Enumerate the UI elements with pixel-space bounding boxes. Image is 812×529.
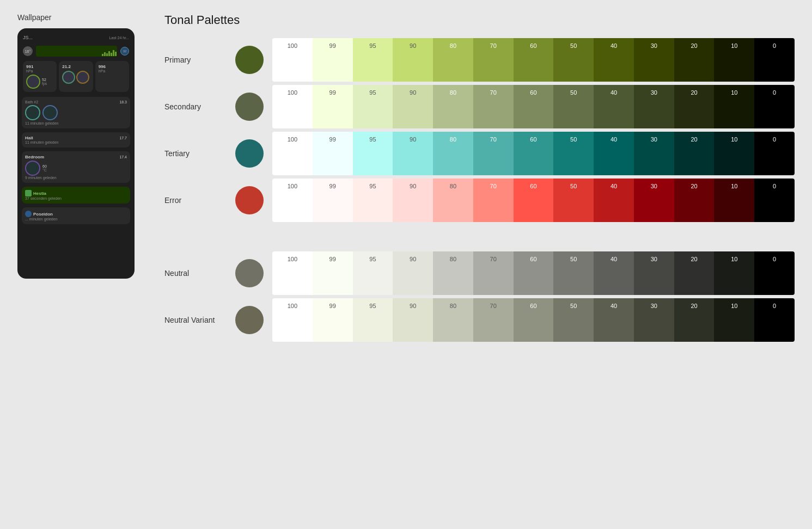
swatch-tertiary-0[interactable]: 0	[754, 132, 795, 175]
swatch-label-tertiary-60: 60	[530, 136, 536, 143]
swatch-neutral-40[interactable]: 40	[594, 251, 634, 295]
swatch-tertiary-100[interactable]: 100	[272, 132, 313, 175]
swatch-tertiary-10[interactable]: 10	[714, 132, 754, 175]
swatch-label-neutral-99: 99	[329, 256, 336, 262]
swatch-neutral-0[interactable]: 0	[754, 251, 795, 295]
swatch-neutral-variant-40[interactable]: 40	[594, 298, 634, 342]
swatch-tertiary-99[interactable]: 99	[313, 132, 353, 175]
swatch-neutral-20[interactable]: 20	[674, 251, 715, 295]
swatch-label-secondary-80: 80	[450, 89, 456, 96]
swatch-secondary-10[interactable]: 10	[714, 85, 754, 128]
swatch-tertiary-95[interactable]: 95	[353, 132, 393, 175]
swatch-tertiary-50[interactable]: 50	[553, 132, 594, 175]
neutral-palettes: Neutral10099959080706050403020100Neutral…	[164, 251, 795, 342]
swatch-primary-50[interactable]: 50	[553, 38, 594, 82]
swatch-error-95[interactable]: 95	[353, 179, 393, 222]
palette-circle-secondary	[235, 93, 264, 121]
swatch-secondary-100[interactable]: 100	[272, 85, 313, 128]
swatch-neutral-variant-50[interactable]: 50	[553, 298, 594, 342]
swatch-primary-90[interactable]: 90	[393, 38, 433, 82]
swatch-error-80[interactable]: 80	[433, 179, 473, 222]
swatch-primary-99[interactable]: 99	[313, 38, 353, 82]
swatch-tertiary-40[interactable]: 40	[594, 132, 634, 175]
swatch-primary-30[interactable]: 30	[634, 38, 674, 82]
swatch-neutral-variant-0[interactable]: 0	[754, 298, 795, 342]
swatch-error-100[interactable]: 100	[272, 179, 313, 222]
swatch-neutral-99[interactable]: 99	[313, 251, 353, 295]
swatch-label-secondary-60: 60	[530, 89, 536, 96]
swatch-tertiary-70[interactable]: 70	[473, 132, 514, 175]
swatch-error-70[interactable]: 70	[473, 179, 514, 222]
swatch-label-neutral-variant-100: 100	[288, 303, 297, 309]
swatch-neutral-30[interactable]: 30	[634, 251, 674, 295]
swatch-secondary-60[interactable]: 60	[514, 85, 554, 128]
swatch-secondary-80[interactable]: 80	[433, 85, 473, 128]
swatch-primary-0[interactable]: 0	[754, 38, 795, 82]
swatch-error-30[interactable]: 30	[634, 179, 674, 222]
swatch-primary-70[interactable]: 70	[473, 38, 514, 82]
swatch-error-60[interactable]: 60	[514, 179, 554, 222]
palette-circle-neutral-variant	[235, 306, 264, 334]
swatch-label-secondary-0: 0	[773, 89, 776, 96]
swatch-secondary-50[interactable]: 50	[553, 85, 594, 128]
swatch-tertiary-30[interactable]: 30	[634, 132, 674, 175]
swatch-neutral-70[interactable]: 70	[473, 251, 514, 295]
swatch-secondary-90[interactable]: 90	[393, 85, 433, 128]
swatch-neutral-variant-99[interactable]: 99	[313, 298, 353, 342]
swatch-neutral-variant-100[interactable]: 100	[272, 298, 313, 342]
swatch-tertiary-80[interactable]: 80	[433, 132, 473, 175]
swatch-neutral-100[interactable]: 100	[272, 251, 313, 295]
swatch-neutral-variant-90[interactable]: 90	[393, 298, 433, 342]
palette-swatches-secondary: 10099959080706050403020100	[272, 85, 795, 128]
swatch-secondary-30[interactable]: 30	[634, 85, 674, 128]
swatch-primary-95[interactable]: 95	[353, 38, 393, 82]
swatch-error-99[interactable]: 99	[313, 179, 353, 222]
swatch-primary-40[interactable]: 40	[594, 38, 634, 82]
swatch-neutral-variant-80[interactable]: 80	[433, 298, 473, 342]
swatch-neutral-variant-95[interactable]: 95	[353, 298, 393, 342]
swatch-label-primary-50: 50	[570, 42, 577, 49]
swatch-error-0[interactable]: 0	[754, 179, 795, 222]
swatch-neutral-90[interactable]: 90	[393, 251, 433, 295]
swatch-label-neutral-50: 50	[570, 256, 577, 262]
right-panel: Tonal Palettes Primary100999590807060504…	[164, 13, 795, 345]
swatch-secondary-99[interactable]: 99	[313, 85, 353, 128]
swatch-secondary-70[interactable]: 70	[473, 85, 514, 128]
swatch-error-90[interactable]: 90	[393, 179, 433, 222]
swatch-primary-10[interactable]: 10	[714, 38, 754, 82]
swatch-neutral-variant-30[interactable]: 30	[634, 298, 674, 342]
swatch-tertiary-90[interactable]: 90	[393, 132, 433, 175]
swatch-primary-100[interactable]: 100	[272, 38, 313, 82]
swatch-neutral-variant-20[interactable]: 20	[674, 298, 715, 342]
swatch-label-neutral-20: 20	[691, 256, 697, 262]
swatch-neutral-variant-60[interactable]: 60	[514, 298, 554, 342]
swatch-neutral-variant-70[interactable]: 70	[473, 298, 514, 342]
swatch-label-tertiary-10: 10	[731, 136, 737, 143]
swatch-secondary-95[interactable]: 95	[353, 85, 393, 128]
palette-swatches-neutral-variant: 10099959080706050403020100	[272, 298, 795, 342]
swatch-secondary-0[interactable]: 0	[754, 85, 795, 128]
swatch-neutral-50[interactable]: 50	[553, 251, 594, 295]
swatch-primary-60[interactable]: 60	[514, 38, 554, 82]
swatch-error-50[interactable]: 50	[553, 179, 594, 222]
swatch-neutral-10[interactable]: 10	[714, 251, 754, 295]
swatch-primary-20[interactable]: 20	[674, 38, 715, 82]
swatch-error-10[interactable]: 10	[714, 179, 754, 222]
swatch-error-20[interactable]: 20	[674, 179, 715, 222]
swatch-neutral-80[interactable]: 80	[433, 251, 473, 295]
section-title: Tonal Palettes	[164, 13, 795, 27]
swatch-error-40[interactable]: 40	[594, 179, 634, 222]
swatch-label-secondary-10: 10	[731, 89, 737, 96]
swatch-label-neutral-0: 0	[773, 256, 776, 262]
swatch-neutral-variant-10[interactable]: 10	[714, 298, 754, 342]
swatch-secondary-20[interactable]: 20	[674, 85, 715, 128]
swatch-tertiary-20[interactable]: 20	[674, 132, 715, 175]
swatch-secondary-40[interactable]: 40	[594, 85, 634, 128]
swatch-tertiary-60[interactable]: 60	[514, 132, 554, 175]
swatch-neutral-60[interactable]: 60	[514, 251, 554, 295]
page-container: Wallpaper JS... Last 24 hr... 16°	[17, 13, 795, 345]
swatch-primary-80[interactable]: 80	[433, 38, 473, 82]
palette-swatches-error: 10099959080706050403020100	[272, 179, 795, 222]
palette-circle-error	[235, 186, 264, 214]
swatch-neutral-95[interactable]: 95	[353, 251, 393, 295]
